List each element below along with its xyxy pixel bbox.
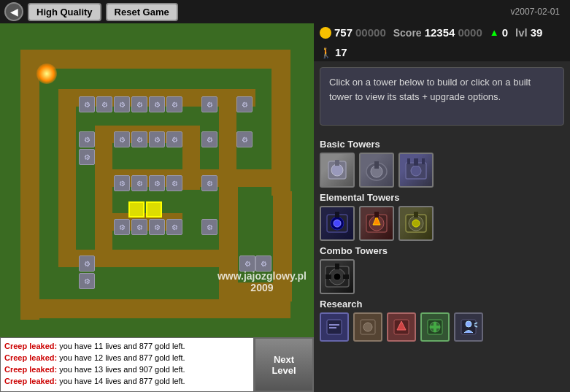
score-value: 12354 xyxy=(425,26,455,39)
elemental-towers-row xyxy=(320,206,564,241)
tower-on-map[interactable]: ⚙ xyxy=(201,96,217,112)
right-panel: 75700000 Score 123540000 ▲ 0 lvl 39 🚶 17… xyxy=(314,23,570,392)
score-stat: Score 123540000 xyxy=(393,26,482,39)
level-label: lvl xyxy=(515,26,528,39)
tower-on-map[interactable]: ⚙ xyxy=(79,255,95,272)
tower-on-map[interactable]: ⚙ xyxy=(239,255,255,272)
basic-tower-2[interactable] xyxy=(359,153,394,188)
score-label: Score xyxy=(393,27,422,39)
path-segment xyxy=(58,89,76,250)
path-segment xyxy=(20,50,39,320)
score-dim: 0000 xyxy=(458,26,482,39)
gold-stat: 75700000 xyxy=(320,26,386,39)
elemental-tower-1[interactable] xyxy=(320,206,355,241)
tower-on-map[interactable]: ⚙ xyxy=(131,219,147,235)
tower-on-map[interactable]: ⚙ xyxy=(149,219,165,235)
svg-rect-26 xyxy=(335,264,339,269)
gold-icon xyxy=(320,27,331,39)
back-button[interactable]: ◀ xyxy=(4,2,23,21)
svg-rect-28 xyxy=(343,274,349,279)
selected-tower[interactable] xyxy=(128,201,145,218)
svg-rect-8 xyxy=(414,158,418,166)
basic-tower-1-icon xyxy=(323,155,352,185)
persons-value: 17 xyxy=(335,46,347,58)
svg-rect-27 xyxy=(326,274,331,279)
tower-on-map[interactable]: ⚙ xyxy=(201,175,217,191)
tower-on-map[interactable]: ⚙ xyxy=(149,131,165,147)
level-stat: lvl 39 xyxy=(515,26,542,39)
tower-on-map[interactable]: ⚙ xyxy=(166,219,182,235)
selected-tower[interactable] xyxy=(146,201,162,218)
research-btn-brown[interactable] xyxy=(353,312,382,342)
tower-on-map[interactable]: ⚙ xyxy=(166,131,182,147)
tower-on-map[interactable]: ⚙ xyxy=(131,131,147,147)
elemental-tower-2[interactable] xyxy=(359,206,394,241)
tower-on-map[interactable]: ⚙ xyxy=(79,96,95,112)
path-segment xyxy=(273,191,292,301)
tower-on-map[interactable]: ⚙ xyxy=(96,96,112,112)
svg-rect-9 xyxy=(407,158,410,164)
svg-rect-5 xyxy=(374,161,379,169)
version-label: v2007-02-01 xyxy=(511,7,560,17)
svg-rect-18 xyxy=(374,212,379,218)
log-line-4: Creep leaked: you have 14 lives and 877 … xyxy=(4,375,250,387)
tower-on-map[interactable]: ⚙ xyxy=(131,175,147,191)
research-brown-icon xyxy=(358,317,378,337)
svg-point-7 xyxy=(411,166,421,176)
tower-on-map[interactable]: ⚙ xyxy=(255,255,271,272)
elemental-tower-3-icon xyxy=(401,209,431,238)
tower-on-map[interactable]: ⚙ xyxy=(114,131,130,147)
research-btn-red[interactable] xyxy=(387,312,416,342)
tower-on-map[interactable]: ⚙ xyxy=(201,219,217,235)
research-title: Research xyxy=(320,299,564,310)
log-line-3: Creep leaked: you have 13 lives and 907 … xyxy=(4,364,250,375)
tower-on-map[interactable]: ⚙ xyxy=(236,131,253,147)
research-btn-blue[interactable] xyxy=(320,312,349,342)
elemental-tower-1-icon xyxy=(323,209,352,238)
stats-bar: 75700000 Score 123540000 ▲ 0 lvl 39 🚶 17 xyxy=(314,23,570,61)
elemental-tower-2-icon xyxy=(362,209,391,238)
tower-on-map[interactable]: ⚙ xyxy=(79,149,95,165)
combo-tower-1-icon xyxy=(323,262,352,291)
research-btn-person[interactable] xyxy=(454,312,483,342)
svg-point-25 xyxy=(334,273,341,280)
tower-on-map[interactable]: ⚙ xyxy=(149,96,165,112)
basic-tower-1[interactable] xyxy=(320,153,355,188)
svg-point-13 xyxy=(334,220,341,227)
tower-on-map[interactable]: ⚙ xyxy=(201,131,217,147)
game-area[interactable]: ⚙ ⚙ ⚙ ⚙ ⚙ ⚙ ⚙ ⚙ ⚙ ⚙ ⚙ ⚙ ⚙ ⚙ ⚙ ⚙ ⚙ ⚙ ⚙ ⚙ … xyxy=(0,23,314,337)
research-btn-green[interactable] xyxy=(420,312,450,342)
log-line-1: Creep leaked: you have 11 lives and 877 … xyxy=(4,340,250,352)
svg-rect-14 xyxy=(335,212,339,218)
svg-point-41 xyxy=(466,321,471,327)
svg-point-1 xyxy=(331,164,343,176)
tower-on-map[interactable]: ⚙ xyxy=(166,175,182,191)
log-key-3: Creep leaked: xyxy=(4,365,57,374)
next-level-button[interactable]: NextLevel xyxy=(254,337,314,392)
persons-stat: 🚶 17 xyxy=(320,46,347,58)
tower-on-map[interactable]: ⚙ xyxy=(149,175,165,191)
tower-on-map[interactable]: ⚙ xyxy=(79,273,95,289)
svg-rect-22 xyxy=(414,212,418,218)
research-blue-icon xyxy=(324,317,344,337)
elemental-tower-3[interactable] xyxy=(398,206,434,241)
tower-on-map[interactable]: ⚙ xyxy=(114,96,130,112)
research-row xyxy=(320,312,564,342)
tower-on-map[interactable]: ⚙ xyxy=(166,96,182,112)
svg-rect-30 xyxy=(329,324,339,326)
tower-on-map[interactable]: ⚙ xyxy=(79,131,95,147)
tower-sections: Basic Towers xyxy=(314,131,570,345)
combo-tower-1[interactable] xyxy=(320,259,355,294)
tower-on-map[interactable]: ⚙ xyxy=(236,96,253,112)
research-green-icon xyxy=(425,317,445,337)
basic-tower-3[interactable] xyxy=(398,153,434,188)
back-icon: ◀ xyxy=(10,6,18,18)
tower-on-map[interactable]: ⚙ xyxy=(114,175,130,191)
tower-on-map[interactable]: ⚙ xyxy=(114,219,130,235)
basic-towers-title: Basic Towers xyxy=(320,139,564,150)
quality-button[interactable]: High Quality xyxy=(28,3,101,21)
log-key-2: Creep leaked: xyxy=(4,353,57,362)
tower-on-map[interactable]: ⚙ xyxy=(131,96,147,112)
reset-button[interactable]: Reset Game xyxy=(106,3,178,21)
path-segment xyxy=(182,126,200,190)
